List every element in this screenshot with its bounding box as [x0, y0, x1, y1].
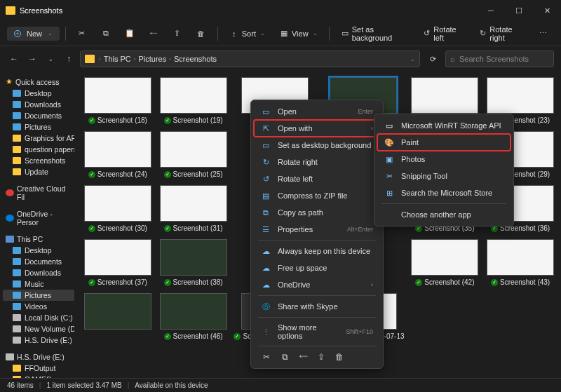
ctx-show-more[interactable]: ⋮Show more optionsShift+F10	[254, 320, 380, 344]
sidebar-item-pc-videos[interactable]: Videos	[3, 301, 74, 312]
share-button[interactable]: ⇪	[167, 26, 188, 41]
pc-icon	[6, 236, 14, 243]
sort-icon: ↕	[229, 29, 239, 39]
up-button[interactable]: ↑	[62, 52, 76, 66]
breadcrumb-screenshots[interactable]: Screenshots	[174, 55, 217, 63]
cut-icon[interactable]: ✂	[261, 352, 272, 362]
ctx-rotate-left[interactable]: ↺Rotate left	[254, 170, 380, 187]
sidebar-item-local-disk-c[interactable]: Local Disk (C:)	[3, 312, 74, 323]
openwith-choose[interactable]: Choose another app	[377, 206, 511, 223]
sidebar-item-pc-downloads[interactable]: Downloads	[3, 267, 74, 278]
copy-button[interactable]: ⧉	[95, 26, 116, 41]
more-button[interactable]: ⋯	[533, 26, 554, 41]
file-thumb[interactable]: ✓Screenshot (31)	[158, 185, 229, 232]
breadcrumb-chevron-icon[interactable]: ⌄	[410, 56, 415, 62]
sidebar-item-desktop[interactable]: Desktop	[3, 88, 74, 99]
sync-icon: ✓	[415, 279, 422, 286]
close-button[interactable]: ✕	[533, 0, 561, 21]
paste-button[interactable]: 📋	[119, 26, 140, 41]
documents-icon	[13, 112, 21, 119]
file-thumb[interactable]: ✓Screenshot (46)	[158, 293, 229, 348]
file-thumb[interactable]: ✓Screenshot (19)	[158, 77, 229, 124]
rotate-right-button[interactable]: ↻Rotate right	[473, 22, 530, 45]
back-button[interactable]: ←	[7, 52, 21, 66]
openwith-snipping[interactable]: ✂Snipping Tool	[377, 168, 511, 184]
sidebar-item-hs-drive-e[interactable]: H.S. Drive (E:)	[3, 334, 74, 346]
app-icon: ▭	[384, 121, 394, 130]
folder-icon	[13, 365, 21, 372]
breadcrumb-pictures[interactable]: Pictures	[138, 55, 166, 63]
sidebar-item-pc-documents[interactable]: Documents	[3, 256, 74, 267]
ctx-onedrive[interactable]: ☁OneDrive›	[254, 276, 380, 293]
sort-label: Sort	[242, 29, 256, 38]
file-thumb[interactable]: ✓Screenshot (43)	[485, 239, 555, 286]
rotate-left-icon: ↺	[261, 174, 271, 184]
openwith-winrt[interactable]: ▭Microsoft WinRT Storage API	[377, 117, 511, 134]
file-thumb[interactable]: ✓Screenshot (37)	[83, 239, 153, 286]
sidebar-this-pc[interactable]: This PC	[3, 234, 74, 245]
rename-button[interactable]: ⬳	[143, 26, 164, 41]
rotate-left-button[interactable]: ↺Rotate left	[417, 22, 470, 45]
openwith-store[interactable]: ⊞Search the Microsoft Store	[377, 184, 511, 201]
file-thumb[interactable]: ✓Screenshot (24)	[83, 131, 153, 178]
sidebar-item-question[interactable]: question papers	[3, 144, 74, 155]
ctx-set-desktop-bg[interactable]: ▭Set as desktop background	[254, 137, 380, 154]
refresh-button[interactable]: ⟳	[424, 50, 441, 67]
ctx-open[interactable]: ▭OpenEnter	[254, 103, 380, 120]
minimize-button[interactable]: ─	[477, 0, 505, 21]
sort-button[interactable]: ↕Sort⌄	[224, 26, 271, 41]
ctx-properties[interactable]: ☰PropertiesAlt+Enter	[254, 221, 380, 238]
maximize-button[interactable]: ☐	[505, 0, 533, 21]
sidebar-item-pc-music[interactable]: Music	[3, 278, 74, 290]
sidebar-item-new-volume-d[interactable]: New Volume (D	[3, 323, 74, 334]
forward-button[interactable]: →	[25, 52, 39, 66]
file-thumb[interactable]: ✓Screenshot (38)	[158, 239, 229, 286]
music-icon	[13, 281, 21, 288]
sidebar-item-games[interactable]: GAMES	[3, 374, 74, 378]
sidebar-item-pictures[interactable]: Pictures	[3, 121, 74, 133]
ctx-open-with[interactable]: ⇱Open with›	[254, 120, 380, 137]
file-thumb[interactable]: ✓Screenshot (42)	[410, 239, 480, 286]
share-icon[interactable]: ⇪	[316, 352, 327, 362]
sidebar-item-downloads[interactable]: Downloads	[3, 99, 74, 110]
sidebar-onedrive[interactable]: OneDrive - Persor	[3, 208, 74, 228]
ctx-share-skype[interactable]: ⓈShare with Skype	[254, 298, 380, 315]
sidebar-hs-drive[interactable]: H.S. Drive (E:)	[3, 351, 74, 363]
file-thumb[interactable]: .	[83, 293, 153, 348]
search-input[interactable]: ⌕ Search Screenshots	[445, 50, 554, 67]
sidebar-item-update[interactable]: Update	[3, 166, 74, 177]
file-thumb[interactable]: ✓Screenshot (30)	[83, 185, 153, 232]
trash-icon[interactable]: 🗑	[334, 352, 345, 362]
file-thumb[interactable]: ✓Screenshot (18)	[83, 77, 153, 124]
ctx-free-up[interactable]: ☁Free up space	[254, 259, 380, 276]
ctx-rotate-right[interactable]: ↻Rotate right	[254, 154, 380, 170]
sync-icon: ✓	[164, 117, 171, 124]
sidebar-item-ffoutput[interactable]: FFOutput	[3, 363, 74, 374]
folder-icon	[13, 376, 21, 378]
recent-button[interactable]: ⌄	[43, 52, 58, 66]
set-background-button[interactable]: ▭Set as background	[334, 22, 414, 45]
ctx-compress-zip[interactable]: ▤Compress to ZIP file	[254, 187, 380, 204]
breadcrumb[interactable]: › This PC › Pictures › Screenshots ⌄	[80, 50, 420, 67]
ctx-always-keep[interactable]: ☁Always keep on this device	[254, 243, 380, 259]
new-button[interactable]: +New⌄	[7, 27, 60, 41]
cut-button[interactable]: ✂	[72, 26, 93, 41]
openwith-photos[interactable]: ▣Photos	[377, 151, 511, 168]
rename-icon[interactable]: ⬳	[297, 352, 309, 362]
sidebar-item-screenshots[interactable]: Screenshots	[3, 155, 74, 166]
open-with-submenu: ▭Microsoft WinRT Storage API 🎨Paint ▣Pho…	[374, 114, 514, 227]
view-button[interactable]: ▦View⌄	[273, 26, 323, 41]
sidebar-item-pc-desktop[interactable]: Desktop	[3, 245, 74, 256]
ctx-copy-path[interactable]: ⧉Copy as path	[254, 204, 380, 221]
sidebar-quick-access[interactable]: ★Quick access	[3, 76, 74, 88]
sidebar-item-graphics[interactable]: Graphics for AF	[3, 133, 74, 144]
status-availability: Available on this device	[135, 381, 208, 389]
delete-button[interactable]: 🗑	[191, 26, 212, 41]
copy-icon[interactable]: ⧉	[279, 352, 290, 362]
sidebar-item-pc-pictures[interactable]: Pictures	[3, 290, 74, 301]
openwith-paint[interactable]: 🎨Paint	[377, 134, 511, 151]
breadcrumb-thispc[interactable]: This PC	[104, 55, 131, 63]
sidebar-creative-cloud[interactable]: Creative Cloud Fil	[3, 183, 74, 203]
file-thumb[interactable]: ✓Screenshot (25)	[158, 131, 229, 178]
sidebar-item-documents[interactable]: Documents	[3, 110, 74, 121]
